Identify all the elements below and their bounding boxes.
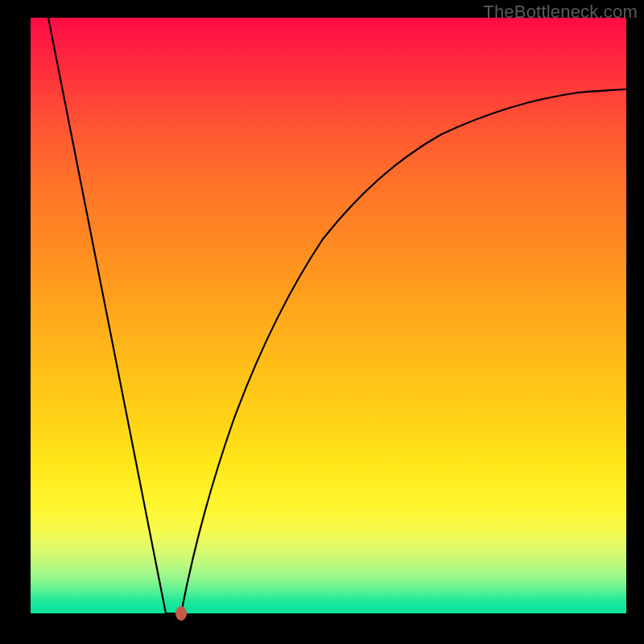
watermark-text: TheBottleneck.com	[483, 2, 638, 23]
chart-frame: TheBottleneck.com	[0, 0, 644, 644]
min-marker	[175, 606, 187, 621]
plot-area	[31, 18, 626, 613]
curve-path	[48, 18, 626, 613]
bottleneck-curve	[31, 18, 626, 613]
